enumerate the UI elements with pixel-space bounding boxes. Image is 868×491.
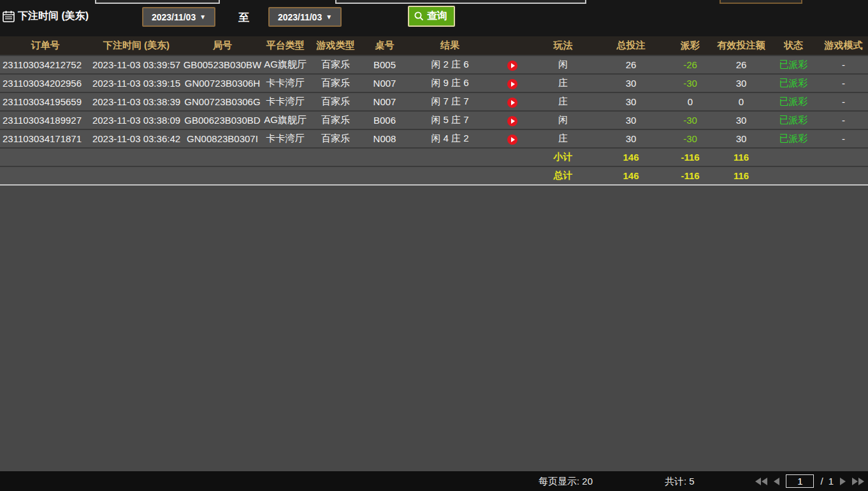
cell-status: 已派彩 <box>768 133 819 145</box>
play-icon[interactable] <box>507 61 517 71</box>
play-icon[interactable] <box>507 135 517 145</box>
cell-round-id: GB00523B030BW <box>182 59 263 70</box>
cell-result: 闲 4 庄 2 <box>406 133 494 145</box>
table-row: 231103034195659 2023-11-03 03:38:39 GN00… <box>0 92 868 110</box>
cell-total-bet: 30 <box>596 78 666 89</box>
subtotal-row: 小计 146 -116 116 <box>0 147 868 166</box>
cell-game-type: 百家乐 <box>308 133 363 145</box>
col-status: 状态 <box>768 40 819 52</box>
cell-bet-time: 2023-11-03 03:38:09 <box>90 115 182 126</box>
cell-table-id: N008 <box>363 133 406 144</box>
bet-time-filter-label: 下注时间 (美东) <box>3 10 89 23</box>
top-input-fragment-2[interactable] <box>335 0 586 4</box>
cell-table-id: B005 <box>363 59 406 70</box>
cell-play: 庄 <box>530 96 596 108</box>
date-from-value: 2023/11/03 <box>152 12 196 22</box>
pagination-bar: 每页显示: 20 共计: 5 / 1 <box>0 471 868 491</box>
chevron-down-icon: ▼ <box>199 13 206 20</box>
cell-order-id: 231103034212752 <box>0 59 90 70</box>
col-order-id: 订单号 <box>0 40 90 52</box>
cell-round-id: GN00723B0306G <box>182 96 263 107</box>
cell-round-id: GB00623B030BD <box>182 115 263 126</box>
cell-round-id: GN00823B0307I <box>182 133 263 144</box>
total-total-bet: 146 <box>596 170 666 181</box>
table-header: 订单号 下注时间 (美东) 局号 平台类型 游戏类型 桌号 结果 玩法 总投注 … <box>0 36 868 55</box>
cell-table-id: N007 <box>363 78 406 89</box>
cell-result: 闲 7 庄 7 <box>406 96 494 108</box>
cell-game-mode: - <box>819 115 868 126</box>
pager: / 1 <box>755 471 864 491</box>
col-game-type: 游戏类型 <box>308 40 363 52</box>
col-valid-bet: 有效投注额 <box>714 40 768 52</box>
cell-game-mode: - <box>819 133 868 144</box>
cell-valid-bet: 0 <box>714 96 768 107</box>
cell-total-bet: 30 <box>596 115 666 126</box>
page-number-input[interactable] <box>786 474 814 488</box>
cell-result: 闲 2 庄 6 <box>406 59 494 71</box>
cell-status: 已派彩 <box>768 114 819 126</box>
cell-game-type: 百家乐 <box>308 59 363 71</box>
cell-play: 庄 <box>530 133 596 145</box>
cell-play: 庄 <box>530 77 596 89</box>
play-icon[interactable] <box>507 98 517 108</box>
top-input-fragment-3[interactable] <box>720 0 802 4</box>
chevron-down-icon: ▼ <box>326 13 332 20</box>
cell-payout: -30 <box>666 78 714 89</box>
total-label: 总计 <box>530 170 596 182</box>
cell-valid-bet: 30 <box>714 115 768 126</box>
cell-total-bet: 30 <box>596 96 666 107</box>
cell-platform: 卡卡湾厅 <box>263 133 308 145</box>
cell-valid-bet: 26 <box>714 59 768 70</box>
cell-order-id: 231103034171871 <box>0 133 90 144</box>
cell-status: 已派彩 <box>768 77 819 89</box>
cell-table-id: N007 <box>363 96 406 107</box>
cell-game-type: 百家乐 <box>308 114 363 126</box>
date-to-select[interactable]: 2023/11/03 ▼ <box>268 7 342 27</box>
cell-order-id: 231103034189927 <box>0 115 90 126</box>
first-page-icon[interactable] <box>755 478 767 485</box>
table-row: 231103034212752 2023-11-03 03:39:57 GB00… <box>0 55 868 73</box>
cell-order-id: 231103034195659 <box>0 96 90 107</box>
cell-valid-bet: 30 <box>714 133 768 144</box>
cell-bet-time: 2023-11-03 03:36:42 <box>90 133 182 144</box>
table-row: 231103034202956 2023-11-03 03:39:15 GN00… <box>0 73 868 92</box>
table-empty-area <box>0 184 868 471</box>
query-button-label: 查询 <box>427 10 447 23</box>
cell-bet-time: 2023-11-03 03:39:57 <box>90 59 182 70</box>
last-page-icon[interactable] <box>852 478 864 485</box>
subtotal-total-bet: 146 <box>596 152 666 163</box>
subtotal-label: 小计 <box>530 151 596 163</box>
next-page-icon[interactable] <box>840 478 846 485</box>
cell-game-mode: - <box>819 96 868 107</box>
col-bet-time: 下注时间 (美东) <box>90 40 182 52</box>
cell-game-type: 百家乐 <box>308 96 363 108</box>
date-from-select[interactable]: 2023/11/03 ▼ <box>142 7 215 27</box>
cell-platform: AG旗舰厅 <box>263 59 308 71</box>
cell-payout: 0 <box>666 96 714 107</box>
page-size-text: 每页显示: 20 <box>539 476 593 488</box>
cell-result: 闲 5 庄 7 <box>406 114 494 126</box>
query-button[interactable]: 查询 <box>408 6 455 27</box>
cell-payout: -30 <box>666 115 714 126</box>
play-icon[interactable] <box>507 116 517 126</box>
date-to-value: 2023/11/03 <box>278 12 322 22</box>
total-valid-bet: 116 <box>714 170 768 181</box>
prev-page-icon[interactable] <box>774 478 779 485</box>
subtotal-valid-bet: 116 <box>714 152 768 163</box>
col-game-mode: 游戏模式 <box>819 40 868 52</box>
cell-platform: 卡卡湾厅 <box>263 96 308 108</box>
cell-total-bet: 30 <box>596 133 666 144</box>
cell-play: 闲 <box>530 114 596 126</box>
total-row: 总计 146 -116 116 <box>0 166 868 184</box>
cell-game-mode: - <box>819 59 868 70</box>
col-round-id: 局号 <box>182 40 263 52</box>
betting-records-screen: 下注时间 (美东) 2023/11/03 ▼ 至 2023/11/03 ▼ 查询… <box>0 0 868 491</box>
total-count-text: 共计: 5 <box>665 476 695 488</box>
top-input-fragment-1[interactable] <box>95 0 220 4</box>
cell-payout: -26 <box>666 59 714 70</box>
col-payout: 派彩 <box>666 40 714 52</box>
cell-play: 闲 <box>530 59 596 71</box>
cell-game-type: 百家乐 <box>308 77 363 89</box>
table-row: 231103034171871 2023-11-03 03:36:42 GN00… <box>0 129 868 147</box>
play-icon[interactable] <box>507 79 517 89</box>
